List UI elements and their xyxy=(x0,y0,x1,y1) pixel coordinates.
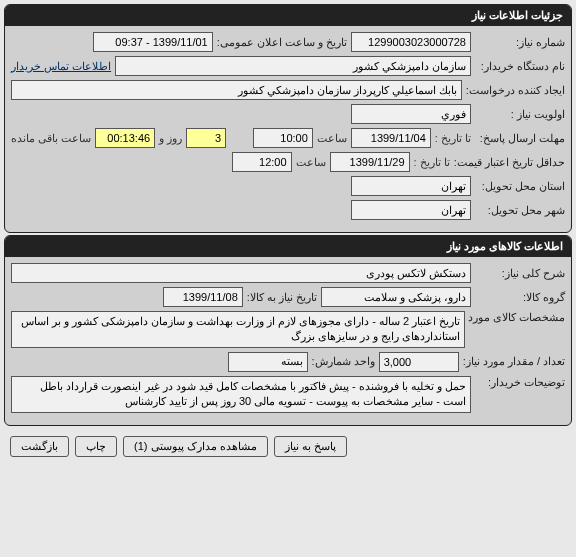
days-remaining-field[interactable] xyxy=(186,128,226,148)
print-button[interactable]: چاپ xyxy=(75,436,117,457)
unit-field[interactable] xyxy=(228,352,308,372)
deadline-date-field[interactable] xyxy=(351,128,431,148)
until-label-2: تا تاریخ : xyxy=(414,156,450,169)
attachments-button[interactable]: مشاهده مدارک پیوستی (1) xyxy=(123,436,268,457)
remaining-label: ساعت باقی مانده xyxy=(11,132,91,145)
city-field[interactable] xyxy=(351,200,471,220)
section2-body: شرح کلی نیاز: گروه کالا: تاریخ نیاز به ک… xyxy=(5,257,571,425)
province-label: استان محل تحویل: xyxy=(475,180,565,193)
back-button[interactable]: بازگشت xyxy=(10,436,69,457)
countdown-field[interactable] xyxy=(95,128,155,148)
priority-label: اولویت نیاز : xyxy=(475,108,565,121)
qty-field[interactable] xyxy=(379,352,459,372)
buyer-notes-label: توضیحات خریدار: xyxy=(475,376,565,389)
city-label: شهر محل تحویل: xyxy=(475,204,565,217)
price-validity-time-field[interactable] xyxy=(232,152,292,172)
creator-field[interactable] xyxy=(11,80,462,100)
section1-body: شماره نیاز: تاریخ و ساعت اعلان عمومی: نا… xyxy=(5,26,571,232)
spec-field[interactable] xyxy=(11,311,465,348)
section2-header: اطلاعات کالاهای مورد نیاز xyxy=(5,236,571,257)
price-validity-label: حداقل تاریخ اعتبار قیمت: xyxy=(454,156,565,169)
need-details-section: جزئیات اطلاعات نیاز شماره نیاز: تاریخ و … xyxy=(4,4,572,233)
buyer-contact-link[interactable]: اطلاعات تماس خریدار xyxy=(11,60,111,73)
buyer-notes-field[interactable] xyxy=(11,376,471,413)
creator-label: ایجاد کننده درخواست: xyxy=(466,84,565,97)
days-unit-label: روز و xyxy=(159,132,182,145)
pub-label: تاریخ و ساعت اعلان عمومی: xyxy=(217,36,347,49)
need-date-field[interactable] xyxy=(163,287,243,307)
province-field[interactable] xyxy=(351,176,471,196)
priority-field[interactable] xyxy=(351,104,471,124)
price-validity-date-field[interactable] xyxy=(330,152,410,172)
qty-label: تعداد / مقدار مورد نیاز: xyxy=(463,355,565,368)
reply-button[interactable]: پاسخ به نیاز xyxy=(274,436,347,457)
time-label-2: ساعت xyxy=(296,156,326,169)
section1-header: جزئیات اطلاعات نیاز xyxy=(5,5,571,26)
time-label-1: ساعت xyxy=(317,132,347,145)
group-field[interactable] xyxy=(321,287,471,307)
need-no-field[interactable] xyxy=(351,32,471,52)
need-no-label: شماره نیاز: xyxy=(475,36,565,49)
desc-label: شرح کلی نیاز: xyxy=(475,267,565,280)
buyer-org-field[interactable] xyxy=(115,56,471,76)
button-bar: پاسخ به نیاز مشاهده مدارک پیوستی (1) چاپ… xyxy=(4,428,572,465)
need-date-label: تاریخ نیاز به کالا: xyxy=(247,291,317,304)
buyer-org-label: نام دستگاه خریدار: xyxy=(475,60,565,73)
until-label: تا تاریخ : xyxy=(435,132,471,145)
spec-label: مشخصات کالای مورد نیاز: xyxy=(469,311,565,324)
deadline-label: مهلت ارسال پاسخ: xyxy=(475,132,565,145)
pub-field[interactable] xyxy=(93,32,213,52)
goods-info-section: اطلاعات کالاهای مورد نیاز شرح کلی نیاز: … xyxy=(4,235,572,426)
deadline-time-field[interactable] xyxy=(253,128,313,148)
unit-label: واحد شمارش: xyxy=(312,355,375,368)
group-label: گروه کالا: xyxy=(475,291,565,304)
desc-field[interactable] xyxy=(11,263,471,283)
